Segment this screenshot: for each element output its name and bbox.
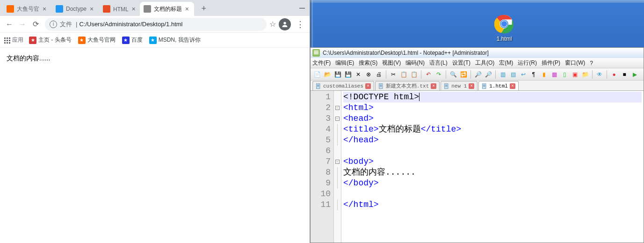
menu-item[interactable]: 视图(V) [382, 59, 401, 67]
print-icon[interactable]: 🖨 [374, 70, 384, 79]
save-icon[interactable]: 💾 [333, 70, 342, 79]
sync-v-icon[interactable]: ▥ [498, 70, 507, 79]
sync-h-icon[interactable]: ▤ [508, 70, 518, 79]
fold-handle[interactable] [334, 124, 341, 135]
document-tab[interactable]: customaliases× [312, 81, 374, 90]
code-line[interactable]: <!DOCTYPE html> [343, 92, 642, 103]
close-icon[interactable]: × [469, 83, 474, 89]
menu-item[interactable]: 工具(O) [475, 59, 494, 67]
menu-item[interactable]: ? [590, 60, 593, 66]
code-line[interactable]: <head> [343, 113, 642, 124]
close-icon[interactable]: × [132, 6, 136, 13]
browser-tab[interactable]: 文档的标题× [140, 2, 194, 16]
chrome-menu-icon[interactable]: ⋮ [294, 19, 307, 29]
bookmark-star-icon[interactable]: ☆ [269, 20, 276, 29]
close-icon[interactable]: × [88, 6, 95, 12]
browser-tab[interactable]: Doctype× [52, 2, 99, 16]
func-list-icon[interactable]: ▣ [570, 70, 579, 79]
monitor-icon[interactable]: 👁 [595, 70, 604, 79]
menu-item[interactable]: 设置(T) [452, 59, 470, 67]
code-line[interactable] [343, 146, 642, 156]
replace-icon[interactable]: 🔁 [459, 70, 468, 79]
close-icon[interactable]: × [510, 83, 515, 89]
menu-item[interactable]: 语言(L) [429, 59, 448, 67]
code-line[interactable] [343, 189, 642, 199]
menu-item[interactable]: 插件(P) [542, 59, 560, 67]
doc-map-icon[interactable]: ▯ [560, 70, 569, 79]
fold-handle[interactable] [334, 135, 341, 146]
bookmark-item[interactable]: ★百度 [122, 36, 143, 44]
menu-item[interactable]: 窗口(W) [565, 59, 585, 67]
code-line[interactable]: <title>文档的标题</title> [343, 124, 642, 135]
indent-guide-icon[interactable]: ▮ [539, 70, 549, 79]
code-line[interactable]: 文档的内容...... [343, 167, 642, 178]
fold-handle[interactable] [334, 189, 341, 199]
code-line[interactable]: </head> [343, 135, 642, 146]
open-file-icon[interactable]: 📂 [323, 70, 332, 79]
zoom-in-icon[interactable]: 🔎 [473, 70, 483, 79]
desktop-shortcut[interactable]: 1.html [488, 14, 521, 42]
close-all-icon[interactable]: ⊗ [364, 70, 373, 79]
record-macro-icon[interactable]: ● [609, 70, 619, 79]
menu-item[interactable]: 搜索(S) [359, 59, 377, 67]
folder-panel-icon[interactable]: 📁 [580, 70, 590, 79]
play-macro-icon[interactable]: ▶ [630, 70, 639, 79]
forward-button[interactable]: → [16, 18, 29, 31]
fold-handle[interactable] [334, 92, 341, 103]
site-info-icon[interactable]: i [50, 21, 57, 28]
bookmark-item[interactable]: ★MSDN, 我告诉你 [149, 36, 201, 44]
close-icon[interactable]: × [184, 6, 190, 12]
menu-item[interactable]: 编码(N) [405, 59, 425, 67]
undo-icon[interactable]: ↶ [424, 70, 433, 79]
code-line[interactable]: <html> [343, 103, 642, 113]
save-all-icon[interactable]: 💾 [343, 70, 353, 79]
document-tab[interactable]: 1.html× [478, 81, 519, 90]
profile-avatar-icon[interactable] [279, 18, 291, 30]
code-line[interactable]: <body> [343, 156, 642, 167]
minimize-icon[interactable]: ― [295, 3, 310, 13]
fold-handle[interactable] [334, 167, 341, 178]
fold-column[interactable]: −−− [334, 91, 341, 243]
close-icon[interactable]: × [41, 6, 48, 12]
lang-icon[interactable]: ▦ [550, 70, 559, 79]
find-icon[interactable]: 🔍 [449, 70, 458, 79]
npp-titlebar[interactable]: C:\Users\Administrator\Desktop\1.html - … [311, 48, 644, 58]
browser-tab[interactable]: HTML × [99, 2, 139, 16]
stop-macro-icon[interactable]: ■ [620, 70, 629, 79]
url-input[interactable]: i 文件 | C:/Users/Administrator/Desktop/1.… [45, 18, 267, 31]
close-icon[interactable]: × [365, 83, 371, 89]
close-icon[interactable]: × [431, 83, 436, 89]
code-line[interactable]: </html> [343, 199, 642, 210]
fold-handle[interactable]: − [334, 113, 341, 124]
paste-icon[interactable]: 📋 [409, 70, 419, 79]
fold-handle[interactable] [334, 146, 341, 156]
document-tab[interactable]: 新建文本文档.txt× [375, 81, 440, 90]
code-area[interactable]: <!DOCTYPE html><html><head><title>文档的标题<… [341, 91, 644, 243]
menu-item[interactable]: 文件(F) [312, 59, 331, 67]
fold-handle[interactable]: − [334, 156, 341, 167]
reload-button[interactable]: ⟳ [29, 18, 42, 31]
bookmark-item[interactable]: ★主页 - 头条号 [29, 36, 72, 44]
show-all-icon[interactable]: ¶ [529, 70, 538, 79]
new-tab-button[interactable]: + [197, 2, 210, 15]
menu-item[interactable]: 运行(R) [518, 59, 537, 67]
wrap-icon[interactable]: ↩ [519, 70, 528, 79]
document-tab[interactable]: new 1× [441, 81, 478, 90]
menu-item[interactable]: 宏(M) [499, 59, 513, 67]
apps-shortcut[interactable]: 应用 [4, 36, 23, 44]
new-file-icon[interactable]: 📄 [312, 70, 322, 79]
close-file-icon[interactable]: ✕ [354, 70, 363, 79]
bookmark-item[interactable]: ★大鱼号官网 [78, 36, 116, 44]
redo-icon[interactable]: ↷ [434, 70, 443, 79]
zoom-out-icon[interactable]: 🔎 [484, 70, 493, 79]
back-button[interactable]: ← [3, 18, 16, 31]
fold-handle[interactable]: − [334, 103, 341, 113]
copy-icon[interactable]: 📋 [399, 70, 408, 79]
fold-handle[interactable] [334, 199, 341, 210]
browser-tab[interactable]: 大鱼号官× [3, 2, 51, 16]
menu-item[interactable]: 编辑(E) [335, 59, 354, 67]
code-line[interactable]: </body> [343, 178, 642, 189]
cut-icon[interactable]: ✂ [389, 70, 398, 79]
fold-handle[interactable] [334, 178, 341, 189]
code-editor[interactable]: 1234567891011 −−− <!DOCTYPE html><html><… [311, 91, 644, 243]
